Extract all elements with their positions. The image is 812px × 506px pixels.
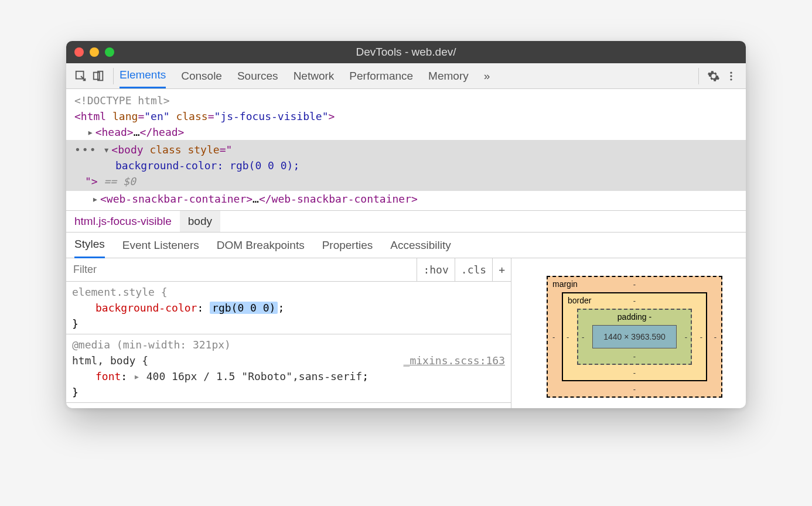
styles-filter-row: :hov .cls + [66,258,511,282]
titlebar: DevTools - web.dev/ [66,41,746,63]
sidebar-tabs: Styles Event Listeners DOM Breakpoints P… [66,233,746,258]
tab-performance[interactable]: Performance [349,64,413,88]
cls-toggle[interactable]: .cls [455,258,492,281]
new-rule-button[interactable]: + [492,258,511,281]
box-model-margin[interactable]: margin - - - - border - - - - padding - … [547,276,722,398]
dom-snackbar[interactable]: ▸<web-snackbar-container>…</web-snackbar… [66,191,746,207]
rule-element-style[interactable]: element.style { background-color: rgb(0 … [66,282,511,334]
svg-point-3 [730,71,732,73]
svg-point-4 [730,75,732,77]
tab-console[interactable]: Console [181,64,222,88]
devtools-window: DevTools - web.dev/ Elements Console Sou… [66,41,746,408]
settings-gear-icon[interactable] [705,67,722,85]
traffic-lights [74,47,114,57]
elements-tree[interactable]: <!DOCTYPE html> <html lang="en" class="j… [66,89,746,210]
expand-dots[interactable]: ••• [74,143,97,156]
breadcrumb-body[interactable]: body [180,211,220,232]
svg-point-5 [730,78,732,80]
css-property[interactable]: font [95,370,121,382]
padding-label: padding - [617,312,651,322]
margin-label: margin [552,279,578,289]
tab-memory[interactable]: Memory [428,64,469,88]
subtab-accessibility[interactable]: Accessibility [390,233,451,258]
kebab-menu-icon[interactable] [722,67,740,85]
breadcrumb-html[interactable]: html.js-focus-visible [66,211,180,232]
styles-filter-input[interactable] [66,264,417,276]
subtab-styles[interactable]: Styles [74,232,105,258]
tab-elements[interactable]: Elements [120,63,166,88]
media-query: @media (min-width: 321px) [72,337,505,353]
styles-rules: :hov .cls + element.style { background-c… [66,258,511,408]
rule-media-html-body[interactable]: @media (min-width: 321px) html, body {_m… [66,334,511,403]
minimize-window-button[interactable] [90,47,99,57]
tab-sources[interactable]: Sources [237,64,278,88]
dom-head[interactable]: ▸<head>…</head> [66,124,746,140]
divider [698,68,699,84]
hov-toggle[interactable]: :hov [417,258,454,281]
inspect-element-icon[interactable] [72,67,90,85]
css-value[interactable]: 400 16px / 1.5 "Roboto",sans-serif [146,370,362,382]
box-model-border[interactable]: border - - - - padding - - - - 1440 × 39… [562,292,707,381]
dom-html-open[interactable]: <html lang="en" class="js-focus-visible"… [66,108,746,124]
rule-close-brace: } [72,384,505,400]
styles-pane: :hov .cls + element.style { background-c… [66,258,746,408]
tabs-overflow[interactable]: » [484,64,490,88]
rule-close-brace: } [72,316,505,331]
css-value-highlighted[interactable]: rgb(0 0 0) [210,302,278,314]
tab-network[interactable]: Network [294,64,335,88]
dom-body-selected[interactable]: ••• ▾<body class style=" background-colo… [66,140,746,191]
panel-tabs: Elements Console Sources Network Perform… [120,63,490,88]
main-toolbar: Elements Console Sources Network Perform… [66,63,746,89]
maximize-window-button[interactable] [105,47,114,57]
plus-icon: + [499,262,505,278]
rule-selector: html, body { [72,354,148,367]
dom-doctype[interactable]: <!DOCTYPE html> [66,93,746,108]
subtab-event-listeners[interactable]: Event Listeners [122,233,199,258]
svg-rect-1 [94,72,100,79]
subtab-properties[interactable]: Properties [322,233,373,258]
box-model-content[interactable]: 1440 × 3963.590 [592,325,677,348]
rule-source-link[interactable]: _mixins.scss:163 [404,353,505,368]
border-label: border [568,296,591,305]
rule-selector: element.style { [72,284,505,300]
breadcrumb-bar: html.js-focus-visible body [66,210,746,233]
box-model-padding[interactable]: padding - - - - 1440 × 3963.590 [577,309,692,365]
css-property[interactable]: background-color [95,302,197,314]
window-title: DevTools - web.dev/ [356,46,456,59]
close-window-button[interactable] [74,47,84,57]
device-toggle-icon[interactable] [90,67,107,85]
subtab-dom-breakpoints[interactable]: DOM Breakpoints [217,233,305,258]
divider [113,68,114,84]
box-model-viewer[interactable]: margin - - - - border - - - - padding - … [511,258,746,408]
